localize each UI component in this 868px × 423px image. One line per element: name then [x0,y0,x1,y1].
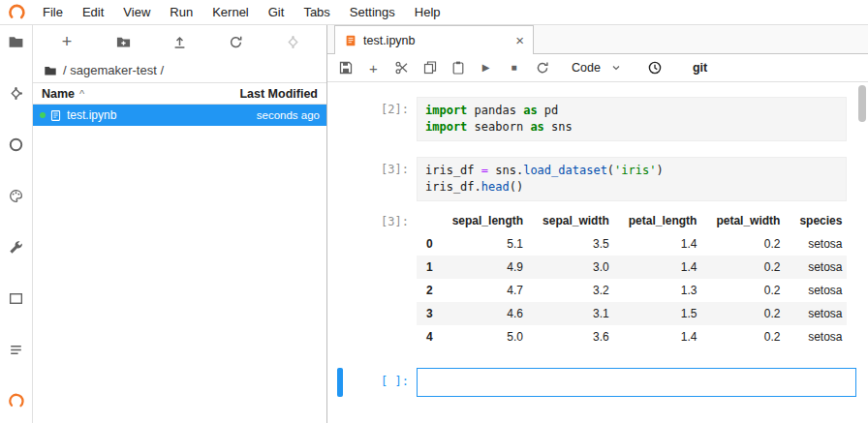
dataframe-cell: 4.9 [443,256,533,279]
file-list-header: Name ^ Last Modified [33,82,326,105]
dataframe-cell: setosa [790,302,847,325]
code-cell-2: [2]: import pandas as pdimport seaborn a… [327,97,868,141]
column-modified-header[interactable]: Last Modified [239,87,318,101]
column-name-header[interactable]: Name [42,87,75,101]
dataframe-cell: setosa [790,232,847,256]
property-inspector-wrench-icon[interactable] [0,236,33,257]
plus-icon: + [62,33,73,50]
left-activity-bar [0,25,33,423]
run-cell-button[interactable]: ▶ [478,60,494,76]
code-line: iris_df.head() [425,179,838,196]
file-browser-icon[interactable] [0,31,33,52]
dataframe-cell: 0.2 [706,325,790,348]
chevron-down-icon [610,62,622,74]
dataframe-column-header: petal_width [706,209,790,232]
file-name: test.ipynb [67,108,257,122]
new-folder-button[interactable] [112,31,134,52]
open-tabs-icon[interactable] [0,287,33,309]
menu-view[interactable]: View [113,0,160,25]
dataframe-cell: 3.0 [533,256,619,279]
input-prompt: [2]: [327,97,417,116]
dataframe-index-cell: 1 [417,256,443,279]
scrollbar-thumb[interactable] [858,85,866,122]
dataframe-cell: 3.1 [533,302,619,325]
notebook-scrollbar [856,83,868,423]
dataframe-row: 24.73.21.30.2setosa [417,279,847,302]
dataframe-row: 14.93.01.40.2setosa [417,256,847,279]
menu-tabs[interactable]: Tabs [294,0,339,25]
code-line: iris_df = sns.load_dataset('iris') [425,163,838,179]
breadcrumb[interactable]: / sagemaker-test / [33,58,326,82]
kernel-status-icon[interactable] [647,60,664,76]
table-of-contents-icon[interactable] [0,339,33,360]
tab-label: test.ipynb [363,34,416,47]
dataframe-cell: 0.2 [706,279,790,302]
dataframe-index-cell: 3 [417,302,443,325]
home-folder-icon [44,64,57,77]
dataframe-column-header: sepal_width [533,209,619,232]
refresh-button[interactable] [226,31,247,52]
dataframe-cell: 0.2 [706,302,790,325]
code-editor[interactable]: import pandas as pdimport seaborn as sns [417,97,847,141]
paste-cell-button[interactable] [450,60,466,76]
dataframe-column-header: species [790,209,847,232]
studio-swirl-icon[interactable] [0,390,33,411]
dataframe-cell: 3.2 [533,279,619,302]
play-icon: ▶ [482,63,490,73]
file-row-test-ipynb[interactable]: test.ipynb seconds ago [33,105,326,126]
code-line: import pandas as pd [425,103,838,119]
dataframe-cell: setosa [790,279,847,302]
dataframe-row: 34.63.11.50.2setosa [417,302,847,325]
dataframe-cell: 4.7 [443,279,533,302]
menu-file[interactable]: File [33,0,73,25]
notebook-content: [2]: import pandas as pdimport seaborn a… [327,83,868,423]
dataframe-cell: 4.6 [443,302,533,325]
git-clone-button[interactable] [282,31,303,52]
menu-settings[interactable]: Settings [340,0,405,25]
menu-edit[interactable]: Edit [73,0,113,25]
cell-type-value: Code [572,61,601,75]
copy-cell-button[interactable] [421,60,438,76]
empty-code-editor[interactable] [417,368,856,397]
dataframe-cell: 1.3 [619,279,707,302]
notebook-tab-icon [344,34,357,47]
empty-input-prompt: [ ]: [343,368,417,388]
dataframe-cell: 1.4 [619,232,707,256]
running-kernels-icon[interactable] [0,134,33,155]
menu-git[interactable]: Git [259,0,294,25]
new-launcher-button[interactable]: + [56,31,78,52]
commands-palette-icon[interactable] [0,185,33,206]
tab-test-ipynb[interactable]: test.ipynb × [334,25,534,54]
menu-kernel[interactable]: Kernel [202,0,259,25]
empty-cell: [ ]: [327,368,868,397]
menu-run[interactable]: Run [160,0,202,25]
dataframe-cell: 0.2 [706,256,790,279]
git-panel-icon[interactable] [0,82,33,104]
breadcrumb-path: / sagemaker-test / [63,63,164,77]
tab-close-icon[interactable]: × [515,33,524,47]
dataframe-cell: 3.6 [533,325,619,348]
dataframe-row: 05.13.51.40.2setosa [417,232,847,256]
save-button[interactable] [337,60,354,76]
dataframe-column-header [417,209,443,232]
restart-kernel-button[interactable] [534,60,550,76]
output-prompt: [3]: [327,209,417,228]
menu-help[interactable]: Help [405,0,450,25]
code-editor[interactable]: iris_df = sns.load_dataset('iris')iris_d… [417,157,847,201]
dataframe-cell: 3.5 [533,232,619,256]
tab-bar: test.ipynb × [327,25,868,54]
cell-type-dropdown[interactable]: Code [572,61,622,75]
file-browser-panel: + / sagemaker-test / Name ^ Last Modifie… [33,25,327,423]
sort-ascending-icon: ^ [79,88,84,100]
add-cell-button[interactable]: + [365,60,382,76]
kernel-name-label[interactable]: git [693,61,707,75]
dataframe-index-cell: 4 [417,325,443,348]
dataframe-index-cell: 0 [417,232,443,256]
dataframe-cell: 5.1 [443,232,533,256]
cut-cell-button[interactable] [393,60,410,76]
interrupt-kernel-button[interactable]: ■ [506,60,522,76]
plus-icon: + [369,61,378,76]
upload-button[interactable] [170,31,191,52]
input-prompt: [3]: [327,157,417,176]
dataframe-row: 45.03.61.40.2setosa [417,325,847,348]
